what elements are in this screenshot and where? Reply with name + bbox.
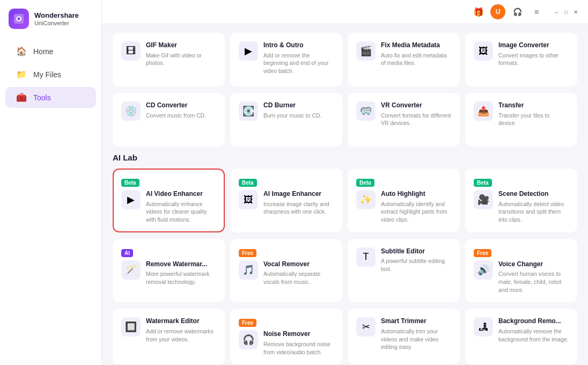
- tool-card-ai-image-enhancer[interactable]: Beta🖼AI Image EnhancerIncrease image cla…: [230, 169, 342, 232]
- tool-card-transfer[interactable]: 📤TransferTransfer your files to device.: [465, 93, 577, 147]
- tool-desc: Auto-fix and edit metadata of media file…: [381, 52, 451, 67]
- tool-icon: 🎵: [239, 260, 258, 280]
- ai-row3-grid: 🔲Watermark EditorAdd or remove watermark…: [113, 309, 577, 364]
- tool-card-fix-media-metadata[interactable]: 🎬Fix Media MetadataAuto-fix and edit met…: [348, 33, 460, 86]
- tool-card-voice-changer[interactable]: Free🔊Voice ChangerConvert human voices t…: [465, 239, 577, 303]
- tool-icon: 🎧: [239, 330, 258, 349]
- tool-title: Watermark Editor: [146, 317, 216, 326]
- tool-title: Remove Watermar...: [146, 260, 216, 269]
- tool-icon: 🎬: [356, 41, 376, 61]
- logo-icon: [9, 9, 29, 29]
- tool-desc: Automatically identify and extract highl…: [381, 200, 451, 224]
- tool-card-subtitle-editor[interactable]: TSubtitle EditorA powerful subtitle edit…: [348, 239, 460, 303]
- tool-title: Background Remo...: [498, 317, 569, 326]
- tool-icon: ✂: [356, 317, 376, 337]
- tool-title: VR Converter: [381, 101, 451, 110]
- sidebar-item-home[interactable]: 🏠 Home: [5, 41, 96, 62]
- tool-card-intro--outro[interactable]: ▶Intro & OutroAdd or remove the beginnin…: [230, 33, 342, 86]
- tool-badge: Free: [474, 249, 491, 257]
- tool-icon: 🔊: [474, 260, 493, 280]
- tool-title: AI Video Enhancer: [146, 190, 216, 199]
- tool-desc: Add or remove watermarks from your video…: [146, 327, 216, 343]
- tool-card-noise-remover[interactable]: Free🎧Noise RemoverRemove background nois…: [230, 309, 342, 364]
- tool-title: AI Image Enhancer: [263, 190, 334, 199]
- tool-title: Intro & Outro: [263, 41, 334, 50]
- tool-card-cd-burner[interactable]: 💽CD BurnerBurn your music to CD.: [230, 93, 342, 147]
- tool-desc: Convert images to other formats.: [498, 52, 569, 67]
- main-area: 🎁 U 🎧 ≡ – □ ✕ 🎞GIF MakerMake Gif with vi…: [102, 0, 588, 365]
- sidebar-item-myfiles-label: My Files: [33, 70, 61, 79]
- tool-card-remove-watermar[interactable]: AI🪄Remove Watermar...More powerful water…: [113, 239, 225, 303]
- tool-desc: Automatically detect video transitions a…: [498, 200, 569, 224]
- top-tools-grid: 🎞GIF MakerMake Gif with video or photos.…: [113, 33, 577, 86]
- tool-desc: Convert formats for different VR devices…: [381, 112, 451, 127]
- tool-icon: ✨: [356, 190, 376, 209]
- headset-icon[interactable]: 🎧: [510, 4, 525, 19]
- tool-title: Auto Highlight: [381, 190, 451, 199]
- tool-title: Vocal Remover: [263, 260, 334, 269]
- tool-desc: Increase image clarity and sharpness wit…: [263, 200, 334, 216]
- tool-badge: Beta: [474, 179, 492, 187]
- tool-icon: 🖼: [474, 41, 493, 61]
- tool-card-image-converter[interactable]: 🖼Image ConverterConvert images to other …: [465, 33, 577, 86]
- tool-badge: AI: [121, 249, 133, 257]
- logo-area: Wondershare UniConverter: [0, 9, 101, 40]
- tool-badge: Free: [239, 249, 256, 257]
- ai-row2-grid: AI🪄Remove Watermar...More powerful water…: [113, 239, 577, 303]
- tool-badge: Beta: [121, 179, 139, 187]
- tools-icon: 🧰: [16, 92, 27, 103]
- tool-title: Scene Detection: [498, 190, 569, 199]
- tool-title: Fix Media Metadata: [381, 41, 451, 50]
- tool-card-ai-video-enhancer[interactable]: Beta▶AI Video EnhancerAutomatically enha…: [113, 169, 225, 232]
- tool-card-vr-converter[interactable]: 🥽VR ConverterConvert formats for differe…: [348, 93, 460, 147]
- tool-badge: Beta: [356, 179, 374, 187]
- tool-desc: Remove background noise from video/audio…: [263, 340, 334, 356]
- tool-title: Voice Changer: [498, 260, 569, 269]
- tool-card-background-remo[interactable]: 🏞Background Remo...Automatically remove …: [465, 309, 577, 364]
- tool-icon: 💿: [121, 101, 141, 121]
- tool-desc: Convert music from CD.: [146, 112, 216, 120]
- tool-desc: Automatically enhance videos for clearer…: [146, 200, 216, 224]
- tool-desc: Convert human voices to male, female, ch…: [498, 270, 569, 294]
- tool-icon: T: [356, 247, 376, 267]
- tool-desc: Automatically remove the background from…: [498, 327, 569, 343]
- tool-title: Subtitle Editor: [381, 247, 451, 256]
- logo-brand: Wondershare: [34, 11, 79, 20]
- maximize-button[interactable]: □: [562, 8, 570, 16]
- tool-desc: Add or remove the beginning and end of y…: [263, 52, 334, 75]
- tool-title: Smart Trimmer: [381, 317, 451, 326]
- files-icon: 📁: [16, 69, 27, 79]
- window-controls: – □ ✕: [553, 8, 579, 16]
- tool-icon: 🏞: [474, 317, 493, 337]
- tool-title: Image Converter: [498, 41, 569, 50]
- tool-icon: 🪄: [121, 260, 141, 280]
- tool-card-smart-trimmer[interactable]: ✂Smart TrimmerAutomatically trim your vi…: [348, 309, 460, 364]
- close-button[interactable]: ✕: [572, 8, 579, 16]
- tool-card-vocal-remover[interactable]: Free🎵Vocal RemoverAutomatically separate…: [230, 239, 342, 303]
- tool-card-scene-detection[interactable]: Beta🎥Scene DetectionAutomatically detect…: [465, 169, 577, 232]
- tool-icon: 🖼: [239, 190, 258, 209]
- tool-card-watermark-editor[interactable]: 🔲Watermark EditorAdd or remove watermark…: [113, 309, 225, 364]
- tool-card-gif-maker[interactable]: 🎞GIF MakerMake Gif with video or photos.: [113, 33, 225, 86]
- tool-title: CD Burner: [263, 101, 334, 110]
- sidebar-item-tools-label: Tools: [33, 93, 51, 102]
- menu-icon[interactable]: ≡: [529, 4, 544, 19]
- tool-desc: Transfer your files to device.: [498, 112, 569, 127]
- tool-icon: 🥽: [356, 101, 376, 121]
- sidebar-item-tools[interactable]: 🧰 Tools: [5, 87, 96, 108]
- tool-badge: Beta: [239, 179, 257, 187]
- ai-lab-section-label: AI Lab: [113, 153, 577, 162]
- tool-icon: 🎞: [121, 41, 141, 61]
- tool-icon: 🔲: [121, 317, 141, 337]
- minimize-button[interactable]: –: [553, 8, 560, 16]
- sidebar-item-myfiles[interactable]: 📁 My Files: [5, 64, 96, 85]
- tool-card-auto-highlight[interactable]: Beta✨Auto HighlightAutomatically identif…: [348, 169, 460, 232]
- tool-desc: Automatically trim your videos and make …: [381, 327, 451, 351]
- tool-icon: ▶: [121, 190, 141, 209]
- sidebar: Wondershare UniConverter 🏠 Home 📁 My Fil…: [0, 0, 102, 365]
- tool-card-cd-converter[interactable]: 💿CD ConverterConvert music from CD.: [113, 93, 225, 147]
- avatar[interactable]: U: [490, 4, 505, 19]
- gift-icon[interactable]: 🎁: [471, 4, 486, 19]
- tool-desc: Automatically separate vocals from music…: [263, 270, 334, 286]
- tool-desc: A powerful subtitle editing tool.: [381, 257, 451, 273]
